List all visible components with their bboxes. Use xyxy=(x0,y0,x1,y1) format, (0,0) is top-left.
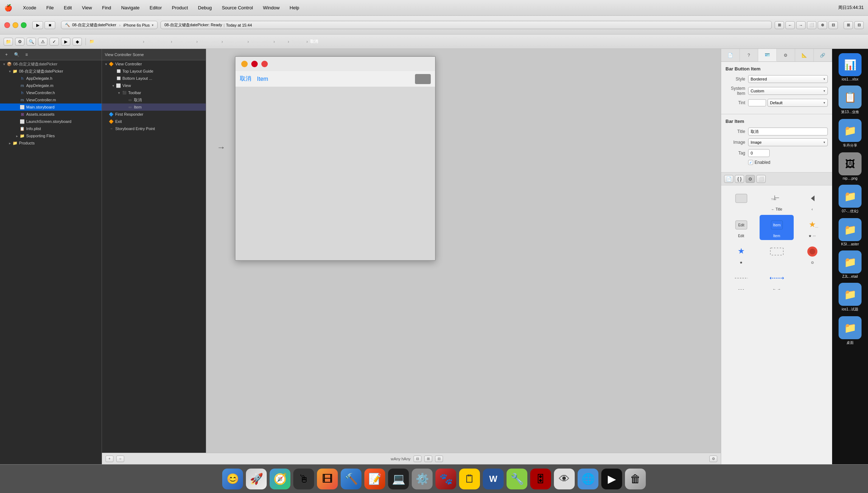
symbol-nav-button[interactable]: ⚙ xyxy=(15,38,24,46)
file-products[interactable]: ▸ 📁 Products xyxy=(0,139,102,147)
file-nav-sort[interactable]: ≡ xyxy=(23,51,30,58)
dock-browser[interactable]: 🌐 xyxy=(578,469,598,489)
view-node[interactable]: ▾ ⬜ View xyxy=(102,82,206,89)
search-nav-button[interactable]: 🔍 xyxy=(27,38,36,46)
library-item-dashed2[interactable]: ← → xyxy=(760,268,794,293)
size-class-btn2[interactable]: ⊞ xyxy=(424,456,432,462)
menu-edit[interactable]: Edit xyxy=(62,4,74,11)
file-nav-button[interactable]: 📁 xyxy=(4,38,13,46)
cancel-node[interactable]: ▸ ▭ 取消 xyxy=(102,96,206,103)
file-main-storyboard[interactable]: ▸ ⬜ Main.storyboard xyxy=(0,103,102,111)
run-button[interactable]: ▶ xyxy=(32,21,43,29)
file-appdelegate-h[interactable]: ▸ h AppDelegate.h xyxy=(0,75,102,82)
menu-source-control[interactable]: Source Control xyxy=(220,4,255,11)
storyboard-entry[interactable]: ▸ → Storyboard Entry Point xyxy=(102,125,206,132)
library-item-star-solid[interactable]: ★ ★ xyxy=(724,241,758,267)
canvas-settings-btn[interactable]: ⚙ xyxy=(709,456,717,462)
show-inspectors-button[interactable]: ⊟ xyxy=(854,21,864,29)
desktop-icon-1[interactable]: 📋 第13...业推 xyxy=(836,84,864,116)
left-panel-toggle[interactable]: ⊞ xyxy=(775,21,784,29)
dock-pref[interactable]: 🎛 xyxy=(530,469,551,489)
library-item-circle[interactable]: ⊙ xyxy=(795,241,829,267)
tint-color-swatch[interactable] xyxy=(748,99,766,106)
file-launchscreen[interactable]: ▸ ⬜ LaunchScreen.storyboard xyxy=(0,118,102,125)
image-select[interactable]: Image ▾ xyxy=(748,138,828,146)
quick-help-tab[interactable]: ? xyxy=(740,49,759,61)
library-item-editbutton[interactable]: Edit Edit xyxy=(724,215,758,240)
exit-node[interactable]: ▸ 🔶 Exit xyxy=(102,118,206,125)
desktop-icon-7[interactable]: 📁 ios1...试题 xyxy=(836,281,864,313)
toolbar-node[interactable]: ▾ ⬛ Toolbar xyxy=(102,89,206,96)
dock-safari[interactable]: 🧭 xyxy=(270,469,290,489)
file-inspector-tab[interactable]: 📄 xyxy=(721,49,740,61)
menu-window[interactable]: Window xyxy=(261,4,282,11)
library-item-item[interactable]: Item Item xyxy=(760,215,794,240)
menu-file[interactable]: File xyxy=(44,4,56,11)
dock-player[interactable]: ▶ xyxy=(601,469,622,489)
issues-nav-button[interactable]: ⚠ xyxy=(38,38,47,46)
size-class-btn3[interactable]: ⊟ xyxy=(435,456,443,462)
library-item-barbutton[interactable] xyxy=(724,188,758,213)
desktop-icon-4[interactable]: 📁 07-...优化) xyxy=(836,183,864,215)
tint-select[interactable]: Default ▾ xyxy=(767,99,828,107)
nav-forward-button[interactable]: → xyxy=(796,21,806,29)
item-node[interactable]: ▸ ▭ Item xyxy=(102,103,206,111)
zoom-out-button[interactable]: ○ xyxy=(116,456,124,462)
media-tab[interactable]: ⬜ xyxy=(756,175,766,183)
hide-debug-button[interactable]: ⊞ xyxy=(844,21,853,29)
library-item-dashed1[interactable]: - - - xyxy=(724,268,758,293)
breakpoints-nav-button[interactable]: ◆ xyxy=(73,38,82,46)
dock-trash[interactable]: 🗑 xyxy=(625,469,646,489)
size-inspector-tab[interactable]: 📐 xyxy=(795,49,814,61)
desktop-icon-6[interactable]: 📁 ZJL...etail xyxy=(836,249,864,280)
file-assets[interactable]: ▸ ⊞ Assets.xcassets xyxy=(0,111,102,118)
bottom-layout[interactable]: ▸ ⬜ Bottom Layout ... xyxy=(102,75,206,82)
file-supporting[interactable]: ▸ 📁 Supporting Files xyxy=(0,132,102,139)
library-item-rect[interactable] xyxy=(760,241,794,267)
menu-xcode[interactable]: Xcode xyxy=(21,4,38,11)
size-class-btn1[interactable]: ⊟ xyxy=(414,456,421,462)
menu-find[interactable]: Find xyxy=(100,4,113,11)
first-responder[interactable]: ▸ 🔷 First Responder xyxy=(102,111,206,118)
nav-back-button[interactable]: ← xyxy=(785,21,795,29)
desktop-icon-5[interactable]: 📁 KSI....aster xyxy=(836,217,864,248)
code-snippet-tab[interactable]: { } xyxy=(735,175,744,183)
maximize-button[interactable] xyxy=(21,22,27,28)
version-editor-button[interactable]: ⊟ xyxy=(829,21,838,29)
item-bar-button[interactable]: Item xyxy=(257,76,268,82)
apple-menu-icon[interactable]: 🍎 xyxy=(4,4,12,12)
dock-sublime[interactable]: 📝 xyxy=(364,469,385,489)
menu-navigate[interactable]: Navigate xyxy=(119,4,141,11)
tag-input[interactable]: 0 xyxy=(748,149,770,157)
identity-inspector-tab[interactable]: 🪪 xyxy=(758,49,777,61)
dock-word[interactable]: W xyxy=(483,469,504,489)
dock-photos[interactable]: 🎞 xyxy=(317,469,338,489)
close-button[interactable] xyxy=(4,22,10,28)
object-tab[interactable]: ⊙ xyxy=(746,175,755,183)
file-appdelegate-m[interactable]: ▸ m AppDelegate.m xyxy=(0,82,102,89)
library-item-backbutton[interactable]: ‹ xyxy=(795,188,829,213)
desktop-icon-3[interactable]: 🖼 nip....png xyxy=(836,151,864,182)
top-layout-guide[interactable]: ▸ ⬜ Top Layout Guide xyxy=(102,68,206,75)
minimize-button[interactable] xyxy=(13,22,18,28)
file-infoplist[interactable]: ▸ 📋 Info.plist xyxy=(0,125,102,132)
menu-product[interactable]: Product xyxy=(170,4,190,11)
standard-editor-button[interactable]: ⬜ xyxy=(807,21,816,29)
library-item-flexspace[interactable]: ⊢ Title ← Title xyxy=(760,188,794,213)
desktop-icon-2[interactable]: 📁 车丹分享 xyxy=(836,118,864,149)
test-nav-button[interactable]: ✓ xyxy=(50,38,59,46)
file-nav-filter[interactable]: 🔍 xyxy=(13,51,20,58)
enabled-checkbox[interactable]: ✓ xyxy=(748,160,753,165)
menu-help[interactable]: Help xyxy=(288,4,302,11)
desktop-icon-0[interactable]: 📊 ios1....xlsx xyxy=(836,52,864,83)
assistant-editor-button[interactable]: ⊕ xyxy=(818,21,827,29)
dock-mouse[interactable]: 🖱 xyxy=(293,469,314,489)
file-template-tab[interactable]: 📄 xyxy=(724,175,733,183)
connections-inspector-tab[interactable]: 🔗 xyxy=(814,49,832,61)
dock-terminal[interactable]: 💻 xyxy=(388,469,409,489)
menu-editor[interactable]: Editor xyxy=(148,4,164,11)
storyboard-canvas[interactable]: → 取消 Item xyxy=(206,49,721,453)
dock-tools[interactable]: 🔧 xyxy=(507,469,527,489)
dock-xcode[interactable]: 🔨 xyxy=(341,469,361,489)
dock-paw[interactable]: 🐾 xyxy=(435,469,456,489)
